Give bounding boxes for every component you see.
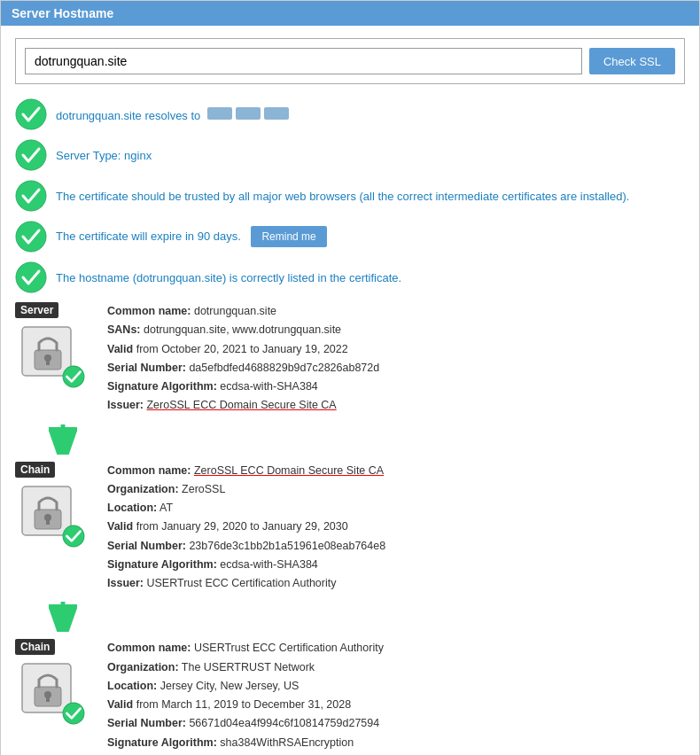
- cert-field-server-3: Serial Number: da5efbdfed4688829b9d7c282…: [107, 359, 685, 378]
- cert-field-chain1-3: Valid from January 29, 2020 to January 2…: [107, 518, 685, 536]
- svg-rect-22: [46, 697, 50, 702]
- check-ssl-button[interactable]: Check SSL: [589, 48, 675, 74]
- status-hostname: The hostname (dotrungquan.site) is corre…: [15, 261, 685, 293]
- cert-field-chain2-2: Location: Jersey City, New Jersey, US: [107, 677, 685, 696]
- svg-rect-8: [46, 360, 50, 365]
- resolve-text: dotrungquan.site resolves to: [56, 109, 200, 122]
- cert-field-server-4: Signature Algorithm: ecdsa-with-SHA384: [107, 378, 685, 396]
- cert-field-chain1-1: Organization: ZeroSSL: [107, 480, 685, 499]
- cert-field-chain2-4: Serial Number: 56671d04ea4f994c6f1081475…: [107, 714, 685, 733]
- header-bar: Server Hostname: [1, 1, 699, 26]
- cert-field-chain1-2: Location: AT: [107, 499, 685, 518]
- remind-button[interactable]: Remind me: [251, 226, 326, 247]
- hostname-input[interactable]: [25, 48, 582, 74]
- header-title: Server Hostname: [12, 6, 113, 20]
- cert-field-chain2-5: Signature Algorithm: sha384WithRSAEncryp…: [107, 734, 685, 752]
- arrow-svg-1: [49, 423, 77, 455]
- small-check-chain2: [62, 702, 85, 725]
- cert-field-server-2: Valid from October 20, 2021 to January 1…: [107, 340, 685, 359]
- cert-field-chain1-4: Serial Number: 23b76de3c1bb2b1a51961e08e…: [107, 537, 685, 556]
- check-icon-trust: [15, 180, 47, 212]
- svg-point-4: [16, 262, 46, 292]
- cert-label-chain1: Chain: [15, 462, 55, 478]
- svg-point-2: [16, 181, 46, 211]
- status-expire: The certificate will expire in 90 days. …: [15, 221, 685, 253]
- status-text-expire: The certificate will expire in 90 days. …: [56, 226, 327, 247]
- check-icon-expire: [15, 221, 47, 253]
- arrow-down-1: [15, 423, 685, 455]
- cert-block-chain1: Chain Common name: ZeroSS: [15, 462, 685, 594]
- small-check-server: [62, 365, 85, 388]
- svg-point-3: [16, 222, 46, 252]
- cert-details-chain1: Common name: ZeroSSL ECC Domain Secure S…: [107, 462, 685, 594]
- cert-icon-server: Server: [15, 302, 95, 386]
- cert-field-server-1: SANs: dotrungquan.site, www.dotrungquan.…: [107, 321, 685, 339]
- status-resolve: dotrungquan.site resolves to: [15, 98, 685, 130]
- cert-icon-chain2: Chain: [15, 639, 95, 723]
- cert-label-server: Server: [15, 302, 58, 318]
- svg-point-1: [16, 140, 46, 170]
- cert-field-server-5: Issuer: ZeroSSL ECC Domain Secure Site C…: [107, 396, 685, 415]
- main-content: Check SSL dotrungquan.site resolves to: [1, 26, 699, 755]
- cert-field-chain1-5: Signature Algorithm: ecdsa-with-SHA384: [107, 556, 685, 574]
- small-check-chain1: [62, 525, 85, 548]
- cert-details-chain2: Common name: USERTrust ECC Certification…: [107, 639, 685, 755]
- svg-point-0: [16, 99, 46, 129]
- check-icon-hostname: [15, 261, 47, 293]
- cert-details-server: Common name: dotrungquan.site SANs: dotr…: [107, 302, 685, 416]
- main-container: Server Hostname Check SSL dotrungquan.si…: [0, 0, 700, 755]
- cert-field-chain1-6: Issuer: USERTrust ECC Certification Auth…: [107, 574, 685, 593]
- status-text-trust: The certificate should be trusted by all…: [56, 190, 629, 203]
- cert-field-chain2-0: Common name: USERTrust ECC Certification…: [107, 639, 685, 658]
- cert-field-chain1-0: Common name: ZeroSSL ECC Domain Secure S…: [107, 462, 685, 480]
- check-icon-server-type: [15, 139, 47, 171]
- ip-blocks: [207, 107, 289, 120]
- cert-field-chain2-3: Valid from March 11, 2019 to December 31…: [107, 696, 685, 714]
- ip-block-1: [207, 107, 232, 120]
- ip-block-3: [264, 107, 289, 120]
- arrow-down-2: [15, 600, 685, 632]
- expire-text: The certificate will expire in 90 days.: [56, 230, 241, 243]
- cert-icon-chain1: Chain: [15, 462, 95, 546]
- ip-block-2: [236, 107, 261, 120]
- status-text-server-type: Server Type: nginx: [56, 149, 152, 162]
- cert-field-server-0: Common name: dotrungquan.site: [107, 302, 685, 321]
- check-icon-resolve: [15, 98, 47, 130]
- status-trust: The certificate should be trusted by all…: [15, 180, 685, 212]
- cert-label-chain2: Chain: [15, 639, 55, 655]
- cert-block-chain2: Chain Common name: USERTr: [15, 639, 685, 755]
- status-text-hostname: The hostname (dotrungquan.site) is corre…: [56, 271, 401, 284]
- cert-field-chain2-1: Organization: The USERTRUST Network: [107, 658, 685, 677]
- cert-block-server: Server: [15, 302, 685, 416]
- svg-rect-15: [46, 519, 50, 525]
- status-server-type: Server Type: nginx: [15, 139, 685, 171]
- status-text-resolve: dotrungquan.site resolves to: [56, 107, 289, 122]
- input-row: Check SSL: [15, 38, 685, 84]
- arrow-svg-2: [49, 600, 77, 632]
